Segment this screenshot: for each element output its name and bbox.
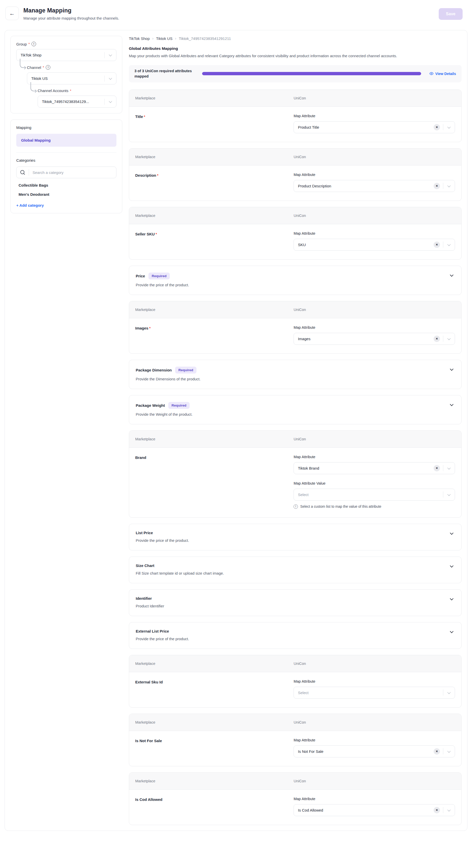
map-attribute-select[interactable]: SKU xyxy=(293,239,455,251)
card-header: Marketplace UniCon xyxy=(129,301,461,318)
chevron-down-icon[interactable] xyxy=(443,185,455,187)
expand-chevron-icon[interactable] xyxy=(449,564,454,569)
map-attribute-label: Map Attribute xyxy=(293,679,455,683)
section-card-identifier: Identifier Product Identifier xyxy=(129,589,462,616)
map-attribute-label: Map Attribute xyxy=(293,455,455,459)
info-icon xyxy=(46,65,50,70)
clear-icon[interactable] xyxy=(434,336,440,342)
breadcrumb-item-account: Tiktok_7495742383541291211 xyxy=(179,36,231,41)
section-title: Global Attributes Mapping xyxy=(129,46,462,51)
clear-icon[interactable] xyxy=(434,807,440,813)
group-select[interactable]: TikTok Shop xyxy=(16,49,117,61)
clear-icon[interactable] xyxy=(434,183,440,189)
expand-chevron-icon[interactable] xyxy=(449,273,454,278)
chevron-down-icon[interactable] xyxy=(443,467,455,469)
required-asterisk: * xyxy=(144,115,145,119)
marketplace-column-header: Marketplace xyxy=(135,779,293,783)
attribute-name: Description xyxy=(135,173,156,178)
chevron-down-icon[interactable] xyxy=(443,126,455,128)
expand-chevron-icon[interactable] xyxy=(449,597,454,602)
attribute-note: Select a custom list to map the value of… xyxy=(300,505,381,508)
card-header: Marketplace UniCon xyxy=(129,149,461,165)
map-attribute-select[interactable]: Select xyxy=(293,687,455,699)
chevron-down-icon[interactable] xyxy=(443,750,455,752)
search-input[interactable] xyxy=(29,167,116,178)
chevron-down-icon[interactable] xyxy=(105,54,116,56)
attribute-name: Title xyxy=(135,115,143,119)
main-content: TikTok Shop › Tiktok US › Tiktok_7495742… xyxy=(129,36,462,825)
back-button[interactable] xyxy=(5,7,19,20)
section-description: Provide the price of the product. xyxy=(136,538,455,542)
chevron-down-icon[interactable] xyxy=(443,494,455,496)
tree-connector-icon xyxy=(31,82,36,91)
map-attribute-label: Map Attribute xyxy=(293,326,455,330)
attribute-card-external-sku-id: Marketplace UniCon External Sku Id Map A… xyxy=(129,655,462,708)
section-name: List Price xyxy=(136,531,153,535)
map-attribute-select[interactable]: Is Cod Allowed xyxy=(293,804,455,816)
chevron-down-icon[interactable] xyxy=(105,77,116,80)
attribute-card-title: Marketplace UniCon Title * Map Attribute… xyxy=(129,90,462,142)
content-container: Group * TikTok Shop Channel * xyxy=(5,30,467,831)
map-attribute-select[interactable]: Product Description xyxy=(293,180,455,192)
add-category-button[interactable]: + Add category xyxy=(16,203,117,208)
unicon-column-header: UniCon xyxy=(293,437,455,441)
view-details-link[interactable]: View Details xyxy=(428,71,456,76)
expand-chevron-icon[interactable] xyxy=(449,629,454,634)
attribute-name: Is Cod Allowed xyxy=(135,797,162,802)
breadcrumb: TikTok Shop › Tiktok US › Tiktok_7495742… xyxy=(129,36,462,41)
expand-chevron-icon[interactable] xyxy=(449,367,454,372)
eye-icon xyxy=(429,71,434,76)
chevron-down-icon[interactable] xyxy=(443,244,455,246)
map-attribute-select[interactable]: Images xyxy=(293,333,455,345)
chevron-right-icon: › xyxy=(175,36,176,40)
expand-chevron-icon[interactable] xyxy=(449,531,454,536)
clear-icon[interactable] xyxy=(434,465,440,471)
select-value: Product Description xyxy=(298,184,434,188)
clear-icon[interactable] xyxy=(434,242,440,248)
section-description: Fill Size chart template id or upload si… xyxy=(136,571,455,576)
chevron-down-icon[interactable] xyxy=(443,338,455,340)
clear-icon[interactable] xyxy=(434,124,440,130)
section-description: Provide the price of the product. xyxy=(136,637,455,641)
section-description: Map your products with Global Attributes… xyxy=(129,53,462,59)
required-asterisk: * xyxy=(157,174,158,178)
section-card-size-chart: Size Chart Fill Size chart template id o… xyxy=(129,557,462,583)
section-card-package-dimension: Package Dimension Required Provide the D… xyxy=(129,360,462,389)
channel-accounts-select[interactable]: Tiktok_749574238354129... xyxy=(38,96,117,107)
breadcrumb-item-shop[interactable]: TikTok Shop xyxy=(129,36,150,41)
chevron-down-icon[interactable] xyxy=(105,100,116,103)
card-header: Marketplace UniCon xyxy=(129,655,461,672)
save-button[interactable]: Save xyxy=(439,8,463,20)
page-subtitle: Manage your attribute mapping throughout… xyxy=(23,16,119,20)
section-name: Package Dimension xyxy=(136,368,172,372)
divider xyxy=(16,152,117,153)
select-value: Tiktok Brand xyxy=(298,466,434,470)
chevron-down-icon[interactable] xyxy=(443,691,455,694)
mapping-panel: Mapping Global Mapping Categories Collec… xyxy=(10,120,122,213)
unicon-column-header: UniCon xyxy=(293,214,455,218)
map-attribute-select[interactable]: Tiktok Brand xyxy=(293,462,455,474)
attribute-card-seller-sku: Marketplace UniCon Seller SKU * Map Attr… xyxy=(129,207,462,259)
sidebar-item-global-mapping[interactable]: Global Mapping xyxy=(16,134,117,147)
select-value: Product Title xyxy=(298,125,434,129)
unicon-column-header: UniCon xyxy=(293,779,455,783)
select-value: Is Cod Allowed xyxy=(298,808,434,812)
section-name: Package Weight xyxy=(136,403,165,408)
progress-card: 3 of 3 UniCon required attributes mapped… xyxy=(129,65,462,82)
map-attribute-select[interactable]: Product Title xyxy=(293,121,455,133)
chevron-down-icon[interactable] xyxy=(443,809,455,811)
breadcrumb-item-channel[interactable]: Tiktok US xyxy=(156,36,172,41)
progress-label: 3 of 3 UniCon required attributes mapped xyxy=(134,68,195,79)
clear-icon[interactable] xyxy=(434,748,440,754)
map-attribute-label: Map Attribute xyxy=(293,231,455,236)
expand-chevron-icon[interactable] xyxy=(449,402,454,408)
channel-select[interactable]: Tiktok US xyxy=(27,72,117,85)
tree-connector-icon xyxy=(20,59,25,68)
marketplace-column-header: Marketplace xyxy=(135,214,293,218)
map-attribute-value-select[interactable]: Select xyxy=(293,489,455,501)
unicon-column-header: UniCon xyxy=(293,308,455,312)
category-item-mens-deodorant[interactable]: Men's Deodorant xyxy=(16,192,117,196)
map-attribute-select[interactable]: Is Not For Sale xyxy=(293,745,455,757)
card-header: Marketplace UniCon xyxy=(129,207,461,224)
category-item-collectible-bags[interactable]: Collectible Bags xyxy=(16,183,117,187)
